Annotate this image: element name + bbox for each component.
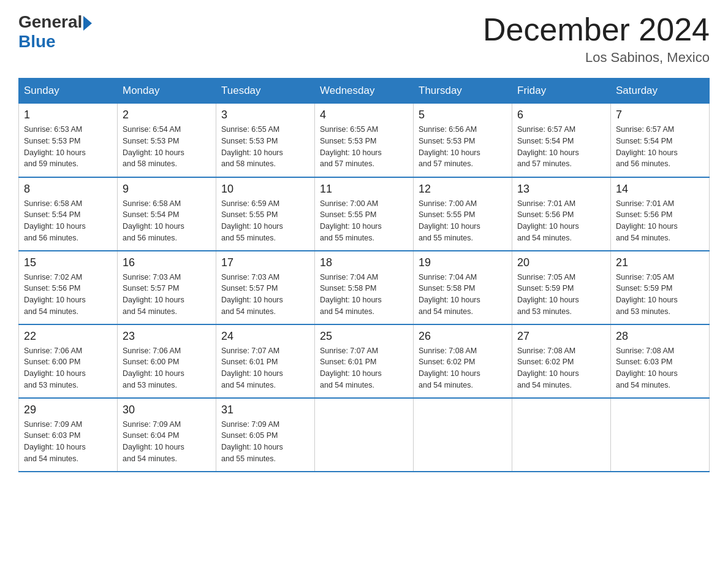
header-thursday: Thursday — [414, 79, 512, 104]
day-number: 13 — [517, 183, 605, 196]
day-info: Sunrise: 6:56 AMSunset: 5:53 PMDaylight:… — [419, 124, 507, 170]
day-number: 31 — [221, 404, 309, 416]
location-text: Los Sabinos, Mexico — [483, 50, 710, 66]
day-info: Sunrise: 7:08 AMSunset: 6:02 PMDaylight:… — [419, 345, 507, 391]
title-section: December 2024 Los Sabinos, Mexico — [483, 12, 710, 66]
day-info: Sunrise: 6:55 AMSunset: 5:53 PMDaylight:… — [320, 124, 408, 170]
calendar-cell: 18Sunrise: 7:04 AMSunset: 5:58 PMDayligh… — [315, 251, 414, 324]
calendar-header: SundayMondayTuesdayWednesdayThursdayFrid… — [19, 79, 710, 104]
calendar-cell: 3Sunrise: 6:55 AMSunset: 5:53 PMDaylight… — [216, 104, 315, 177]
day-number: 26 — [419, 330, 507, 343]
day-number: 30 — [123, 404, 211, 416]
calendar-cell: 19Sunrise: 7:04 AMSunset: 5:58 PMDayligh… — [414, 251, 512, 324]
day-info: Sunrise: 7:01 AMSunset: 5:56 PMDaylight:… — [517, 198, 605, 244]
calendar-cell: 20Sunrise: 7:05 AMSunset: 5:59 PMDayligh… — [512, 251, 611, 324]
day-number: 5 — [419, 109, 507, 121]
calendar-cell: 4Sunrise: 6:55 AMSunset: 5:53 PMDaylight… — [315, 104, 414, 177]
header-monday: Monday — [118, 79, 216, 104]
day-number: 14 — [616, 183, 704, 196]
day-info: Sunrise: 6:55 AMSunset: 5:53 PMDaylight:… — [221, 124, 309, 170]
day-number: 22 — [24, 330, 112, 343]
page-header: General Blue December 2024 Los Sabinos, … — [18, 12, 710, 66]
day-number: 29 — [24, 404, 112, 416]
calendar-cell — [611, 398, 710, 472]
day-number: 17 — [221, 256, 309, 269]
day-number: 8 — [24, 183, 112, 196]
logo-general-text: General — [18, 12, 82, 32]
calendar-cell: 14Sunrise: 7:01 AMSunset: 5:56 PMDayligh… — [611, 177, 710, 251]
calendar-cell — [414, 398, 512, 472]
day-info: Sunrise: 6:58 AMSunset: 5:54 PMDaylight:… — [123, 198, 211, 244]
day-number: 2 — [123, 109, 211, 121]
day-info: Sunrise: 7:04 AMSunset: 5:58 PMDaylight:… — [320, 272, 408, 318]
day-info: Sunrise: 7:05 AMSunset: 5:59 PMDaylight:… — [616, 272, 704, 318]
header-sunday: Sunday — [19, 79, 118, 104]
day-info: Sunrise: 7:00 AMSunset: 5:55 PMDaylight:… — [419, 198, 507, 244]
day-number: 23 — [123, 330, 211, 343]
calendar-cell: 26Sunrise: 7:08 AMSunset: 6:02 PMDayligh… — [414, 324, 512, 398]
day-number: 28 — [616, 330, 704, 343]
day-info: Sunrise: 6:59 AMSunset: 5:55 PMDaylight:… — [221, 198, 309, 244]
calendar-cell: 1Sunrise: 6:53 AMSunset: 5:53 PMDaylight… — [19, 104, 118, 177]
calendar-cell: 9Sunrise: 6:58 AMSunset: 5:54 PMDaylight… — [118, 177, 216, 251]
calendar-cell: 29Sunrise: 7:09 AMSunset: 6:03 PMDayligh… — [19, 398, 118, 472]
logo: General Blue — [18, 12, 92, 52]
calendar-cell: 25Sunrise: 7:07 AMSunset: 6:01 PMDayligh… — [315, 324, 414, 398]
day-number: 20 — [517, 256, 605, 269]
calendar-cell: 8Sunrise: 6:58 AMSunset: 5:54 PMDaylight… — [19, 177, 118, 251]
day-number: 21 — [616, 256, 704, 269]
calendar-cell: 11Sunrise: 7:00 AMSunset: 5:55 PMDayligh… — [315, 177, 414, 251]
calendar-cell: 17Sunrise: 7:03 AMSunset: 5:57 PMDayligh… — [216, 251, 315, 324]
calendar-cell: 27Sunrise: 7:08 AMSunset: 6:02 PMDayligh… — [512, 324, 611, 398]
calendar-cell: 31Sunrise: 7:09 AMSunset: 6:05 PMDayligh… — [216, 398, 315, 472]
day-number: 1 — [24, 109, 112, 121]
day-info: Sunrise: 7:01 AMSunset: 5:56 PMDaylight:… — [616, 198, 704, 244]
week-row-2: 8Sunrise: 6:58 AMSunset: 5:54 PMDaylight… — [19, 177, 710, 251]
calendar-cell — [315, 398, 414, 472]
day-info: Sunrise: 7:04 AMSunset: 5:58 PMDaylight:… — [419, 272, 507, 318]
day-number: 18 — [320, 256, 408, 269]
day-number: 11 — [320, 183, 408, 196]
day-info: Sunrise: 6:53 AMSunset: 5:53 PMDaylight:… — [24, 124, 112, 170]
calendar-cell: 23Sunrise: 7:06 AMSunset: 6:00 PMDayligh… — [118, 324, 216, 398]
header-friday: Friday — [512, 79, 611, 104]
logo-blue-text: Blue — [18, 32, 92, 52]
calendar-cell: 16Sunrise: 7:03 AMSunset: 5:57 PMDayligh… — [118, 251, 216, 324]
day-number: 19 — [419, 256, 507, 269]
day-number: 9 — [123, 183, 211, 196]
day-number: 12 — [419, 183, 507, 196]
day-number: 4 — [320, 109, 408, 121]
header-tuesday: Tuesday — [216, 79, 315, 104]
day-number: 25 — [320, 330, 408, 343]
day-info: Sunrise: 6:54 AMSunset: 5:53 PMDaylight:… — [123, 124, 211, 170]
calendar-cell: 13Sunrise: 7:01 AMSunset: 5:56 PMDayligh… — [512, 177, 611, 251]
day-number: 10 — [221, 183, 309, 196]
day-info: Sunrise: 7:09 AMSunset: 6:04 PMDaylight:… — [123, 419, 211, 465]
header-row: SundayMondayTuesdayWednesdayThursdayFrid… — [19, 79, 710, 104]
day-number: 24 — [221, 330, 309, 343]
calendar-cell: 22Sunrise: 7:06 AMSunset: 6:00 PMDayligh… — [19, 324, 118, 398]
calendar-table: SundayMondayTuesdayWednesdayThursdayFrid… — [18, 78, 710, 472]
day-info: Sunrise: 7:09 AMSunset: 6:05 PMDaylight:… — [221, 419, 309, 465]
calendar-cell — [512, 398, 611, 472]
week-row-4: 22Sunrise: 7:06 AMSunset: 6:00 PMDayligh… — [19, 324, 710, 398]
day-number: 27 — [517, 330, 605, 343]
week-row-1: 1Sunrise: 6:53 AMSunset: 5:53 PMDaylight… — [19, 104, 710, 177]
day-info: Sunrise: 6:57 AMSunset: 5:54 PMDaylight:… — [616, 124, 704, 170]
month-title: December 2024 — [483, 12, 710, 47]
day-number: 7 — [616, 109, 704, 121]
header-saturday: Saturday — [611, 79, 710, 104]
calendar-cell: 10Sunrise: 6:59 AMSunset: 5:55 PMDayligh… — [216, 177, 315, 251]
day-info: Sunrise: 7:08 AMSunset: 6:02 PMDaylight:… — [517, 345, 605, 391]
week-row-3: 15Sunrise: 7:02 AMSunset: 5:56 PMDayligh… — [19, 251, 710, 324]
calendar-body: 1Sunrise: 6:53 AMSunset: 5:53 PMDaylight… — [19, 104, 710, 472]
day-info: Sunrise: 7:00 AMSunset: 5:55 PMDaylight:… — [320, 198, 408, 244]
day-info: Sunrise: 7:06 AMSunset: 6:00 PMDaylight:… — [24, 345, 112, 391]
calendar-cell: 21Sunrise: 7:05 AMSunset: 5:59 PMDayligh… — [611, 251, 710, 324]
day-info: Sunrise: 7:06 AMSunset: 6:00 PMDaylight:… — [123, 345, 211, 391]
day-info: Sunrise: 7:03 AMSunset: 5:57 PMDaylight:… — [221, 272, 309, 318]
header-wednesday: Wednesday — [315, 79, 414, 104]
logo-arrow-icon — [83, 16, 92, 31]
day-info: Sunrise: 6:58 AMSunset: 5:54 PMDaylight:… — [24, 198, 112, 244]
day-info: Sunrise: 7:07 AMSunset: 6:01 PMDaylight:… — [221, 345, 309, 391]
